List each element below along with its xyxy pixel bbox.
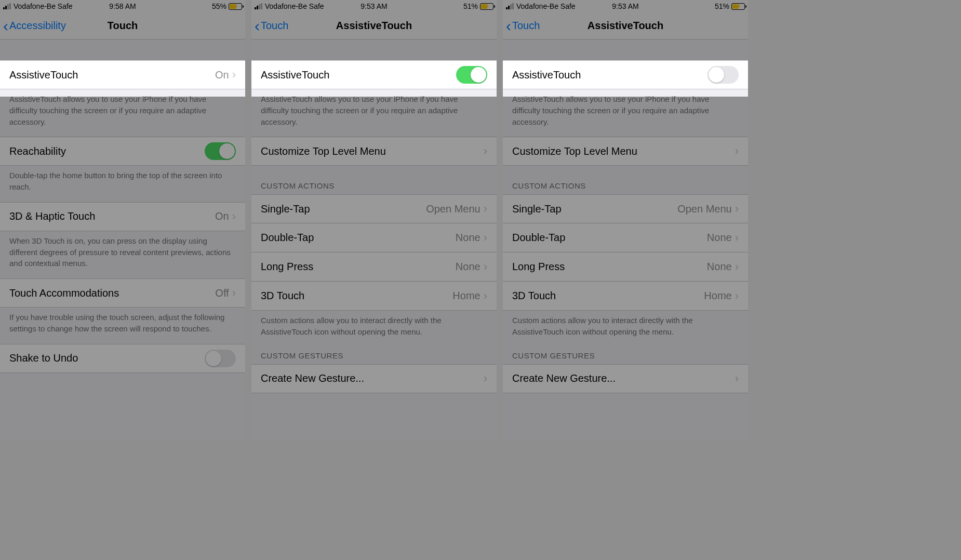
status-time: 9:53 AM [361, 2, 387, 10]
chevron-left-icon: ‹ [255, 18, 260, 34]
carrier-label: Vodafone-Be Safe [265, 2, 324, 10]
row-value: Open Menu [426, 203, 480, 215]
nav-title: AssistiveTouch [336, 20, 412, 32]
row-customize-menu[interactable]: Customize Top Level Menu › [251, 137, 497, 166]
row-assistivetouch-toggle[interactable]: AssistiveTouch [251, 60, 497, 89]
status-time: 9:53 AM [612, 2, 638, 10]
row-label: Customize Top Level Menu [261, 145, 484, 157]
back-label: Accessibility [9, 20, 66, 32]
row-label: AssistiveTouch [261, 69, 456, 81]
chevron-right-icon: › [484, 232, 487, 244]
phone-screen-2: Vodafone-Be Safe 9:53 AM 51% ⚡ ‹ Touch A… [251, 0, 497, 439]
row-label: Shake to Undo [9, 352, 205, 364]
row-create-gesture[interactable]: Create New Gesture... › [503, 364, 748, 393]
row-single-tap[interactable]: Single-Tap Open Menu › [251, 194, 497, 223]
row-label: Double-Tap [512, 232, 707, 244]
footer-assistivetouch: AssistiveTouch allows you to use your iP… [503, 89, 748, 137]
row-value: None [707, 261, 732, 273]
row-value: None [456, 261, 480, 273]
row-create-gesture[interactable]: Create New Gesture... › [251, 364, 497, 393]
status-time: 9:58 AM [109, 2, 136, 10]
section-custom-gestures: CUSTOM GESTURES [503, 347, 748, 364]
chevron-right-icon: › [232, 211, 236, 222]
row-label: Customize Top Level Menu [512, 145, 735, 157]
row-long-press[interactable]: Long Press None › [503, 252, 748, 282]
row-assistivetouch-toggle[interactable]: AssistiveTouch [503, 60, 748, 89]
reachability-switch[interactable] [205, 142, 236, 160]
row-label: Long Press [512, 261, 707, 273]
footer-custom-actions: Custom actions allow you to interact dir… [251, 311, 497, 347]
chevron-right-icon: › [484, 290, 487, 302]
row-reachability[interactable]: Reachability [0, 137, 245, 166]
chevron-left-icon: ‹ [506, 18, 511, 34]
section-custom-actions: CUSTOM ACTIONS [251, 166, 497, 194]
battery-icon: ⚡ [480, 3, 493, 10]
row-label: Double-Tap [261, 232, 456, 244]
chevron-right-icon: › [735, 261, 739, 273]
chevron-right-icon: › [484, 145, 487, 157]
battery-icon: ⚡ [229, 3, 242, 10]
chevron-right-icon: › [484, 203, 487, 215]
back-button[interactable]: ‹ Touch [503, 18, 540, 34]
signal-icon [3, 3, 11, 9]
back-label: Touch [512, 20, 540, 32]
chevron-right-icon: › [735, 373, 739, 384]
row-value: On [215, 69, 229, 81]
shake-to-undo-switch[interactable] [205, 350, 236, 367]
nav-title: Touch [108, 20, 138, 32]
chevron-right-icon: › [735, 232, 739, 244]
battery-pct: 51% [715, 2, 729, 10]
row-label: Long Press [261, 261, 456, 273]
nav-title: AssistiveTouch [588, 20, 663, 32]
row-double-tap[interactable]: Double-Tap None › [503, 223, 748, 252]
row-customize-menu[interactable]: Customize Top Level Menu › [503, 137, 748, 166]
row-label: Reachability [9, 145, 205, 157]
row-double-tap[interactable]: Double-Tap None › [251, 223, 497, 252]
phone-screen-1: Vodafone-Be Safe 9:58 AM 55% ⚡ ‹ Accessi… [0, 0, 245, 439]
section-custom-gestures: CUSTOM GESTURES [251, 347, 497, 364]
footer-assistivetouch: AssistiveTouch allows you to use your iP… [251, 89, 497, 137]
row-label: Create New Gesture... [261, 372, 484, 384]
row-label: Single-Tap [512, 203, 677, 215]
signal-icon [506, 3, 514, 9]
status-bar: Vodafone-Be Safe 9:53 AM 51% ⚡ [251, 0, 497, 12]
row-single-tap[interactable]: Single-Tap Open Menu › [503, 194, 748, 223]
back-button[interactable]: ‹ Touch [251, 18, 288, 34]
footer-assistivetouch: AssistiveTouch allows you to use your iP… [0, 89, 245, 137]
chevron-right-icon: › [232, 69, 236, 81]
footer-touch-accommodations: If you have trouble using the touch scre… [0, 308, 245, 344]
carrier-label: Vodafone-Be Safe [14, 2, 73, 10]
row-value: On [215, 210, 229, 222]
signal-icon [255, 3, 262, 9]
row-3d-touch[interactable]: 3D Touch Home › [251, 282, 497, 311]
row-shake-to-undo[interactable]: Shake to Undo [0, 344, 245, 373]
back-button[interactable]: ‹ Accessibility [0, 18, 66, 34]
assistivetouch-switch[interactable] [456, 66, 487, 84]
footer-reachability: Double-tap the home button to bring the … [0, 166, 245, 202]
section-custom-actions: CUSTOM ACTIONS [503, 166, 748, 194]
row-value: None [456, 232, 480, 244]
row-assistivetouch[interactable]: AssistiveTouch On › [0, 60, 245, 89]
row-touch-accommodations[interactable]: Touch Accommodations Off › [0, 278, 245, 308]
row-label: Create New Gesture... [512, 372, 735, 384]
phone-screen-3: Vodafone-Be Safe 9:53 AM 51% ⚡ ‹ Touch A… [503, 0, 748, 439]
row-label: AssistiveTouch [512, 69, 708, 81]
row-value: Home [704, 290, 731, 302]
chevron-right-icon: › [232, 287, 236, 299]
row-3d-touch[interactable]: 3D Touch Home › [503, 282, 748, 311]
battery-icon: ⚡ [731, 3, 745, 10]
nav-bar: ‹ Touch AssistiveTouch [503, 12, 748, 39]
footer-3d-haptic: When 3D Touch is on, you can press on th… [0, 231, 245, 278]
assistivetouch-switch[interactable] [708, 66, 739, 84]
nav-bar: ‹ Touch AssistiveTouch [251, 12, 497, 39]
row-long-press[interactable]: Long Press None › [251, 252, 497, 282]
chevron-left-icon: ‹ [3, 18, 8, 34]
footer-custom-actions: Custom actions allow you to interact dir… [503, 311, 748, 347]
row-value: Open Menu [677, 203, 732, 215]
row-label: 3D Touch [512, 290, 704, 302]
row-value: Home [452, 290, 480, 302]
row-label: Single-Tap [261, 203, 426, 215]
row-value: Off [215, 287, 229, 299]
chevron-right-icon: › [735, 290, 739, 302]
row-3d-haptic[interactable]: 3D & Haptic Touch On › [0, 202, 245, 231]
